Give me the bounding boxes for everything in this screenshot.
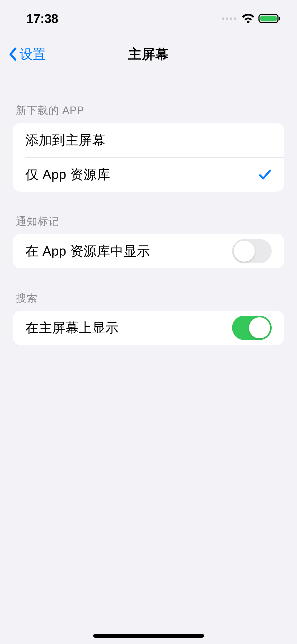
chevron-left-icon [8,47,17,61]
cellular-dots-icon [222,17,236,20]
status-time: 17:38 [26,11,58,26]
back-button[interactable]: 设置 [8,45,46,63]
page-title: 主屏幕 [128,45,169,63]
svg-rect-2 [279,17,280,20]
toggle-show-in-app-library[interactable] [232,239,272,263]
option-app-library-only[interactable]: 仅 App 资源库 [13,157,284,192]
svg-rect-1 [260,16,277,21]
home-indicator[interactable] [93,634,204,638]
option-add-to-home[interactable]: 添加到主屏幕 [13,123,284,157]
row-label: 在 App 资源库中显示 [25,242,150,260]
section-header-search: 搜索 [0,268,297,311]
option-label: 仅 App 资源库 [25,166,110,183]
section-header-badges: 通知标记 [0,192,297,234]
group-badges: 在 App 资源库中显示 [13,234,284,268]
status-indicators [222,13,281,24]
nav-bar: 设置 主屏幕 [0,37,297,71]
group-search: 在主屏幕上显示 [13,311,284,345]
battery-icon [258,13,281,24]
section-header-new-apps: 新下载的 APP [0,87,297,123]
row-show-on-home: 在主屏幕上显示 [13,311,284,345]
status-bar: 17:38 [0,0,297,37]
checkmark-icon [258,168,272,181]
back-label: 设置 [20,45,46,63]
toggle-knob [234,241,255,262]
toggle-show-on-home[interactable] [232,316,272,340]
toggle-knob [249,317,270,338]
option-label: 添加到主屏幕 [25,131,105,149]
row-label: 在主屏幕上显示 [25,319,119,337]
group-new-apps: 添加到主屏幕 仅 App 资源库 [13,123,284,192]
row-show-in-app-library: 在 App 资源库中显示 [13,234,284,268]
wifi-icon [242,13,255,24]
